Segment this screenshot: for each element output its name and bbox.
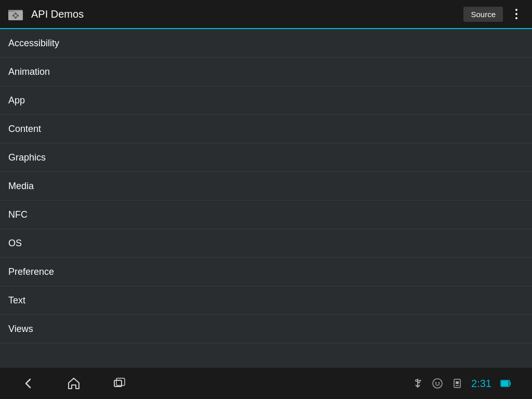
list-item-accessibility[interactable]: Accessibility bbox=[0, 29, 532, 58]
svg-rect-22 bbox=[456, 381, 459, 384]
svg-rect-8 bbox=[17, 15, 19, 17]
app-title: API Demos bbox=[31, 8, 463, 20]
list-item-nfc[interactable]: NFC bbox=[0, 201, 532, 229]
list-item-media[interactable]: Media bbox=[0, 172, 532, 201]
list-item-label-views: Views bbox=[8, 324, 33, 335]
android-icon bbox=[432, 378, 443, 389]
battery-icon bbox=[500, 378, 511, 389]
nav-bar: 2:31 bbox=[0, 368, 532, 399]
list-container: AccessibilityAnimationAppContentGraphics… bbox=[0, 29, 532, 368]
app-icon bbox=[6, 5, 25, 23]
list-item-label-graphics: Graphics bbox=[8, 152, 46, 163]
list-item-label-nfc: NFC bbox=[8, 209, 28, 220]
usb-icon bbox=[412, 378, 423, 389]
overflow-dots-icon bbox=[515, 9, 517, 19]
svg-rect-2 bbox=[8, 10, 15, 12]
list-item-app[interactable]: App bbox=[0, 86, 532, 115]
home-button[interactable] bbox=[66, 376, 81, 391]
list-item-label-content: Content bbox=[8, 124, 41, 135]
svg-rect-11 bbox=[116, 378, 125, 385]
svg-rect-17 bbox=[419, 382, 420, 383]
svg-rect-25 bbox=[501, 381, 509, 386]
sim-icon bbox=[451, 378, 463, 389]
svg-point-4 bbox=[15, 15, 17, 17]
nav-left bbox=[21, 376, 127, 391]
list-item-label-animation: Animation bbox=[8, 66, 50, 77]
list-item-label-app: App bbox=[8, 95, 25, 106]
app-bar: API Demos Source bbox=[0, 0, 532, 29]
svg-point-19 bbox=[435, 382, 437, 384]
status-time: 2:31 bbox=[471, 378, 491, 390]
list-item-label-text: Text bbox=[8, 295, 25, 306]
svg-rect-7 bbox=[12, 15, 14, 17]
svg-point-20 bbox=[438, 382, 440, 384]
nav-right: 2:31 bbox=[412, 378, 511, 390]
list-item-content[interactable]: Content bbox=[0, 115, 532, 143]
source-button[interactable]: Source bbox=[463, 7, 503, 22]
svg-marker-9 bbox=[69, 378, 79, 389]
list-item-animation[interactable]: Animation bbox=[0, 58, 532, 86]
list-item-label-preference: Preference bbox=[8, 267, 54, 277]
list-item-label-accessibility: Accessibility bbox=[8, 38, 59, 49]
list-item-graphics[interactable]: Graphics bbox=[0, 143, 532, 172]
list-item-os[interactable]: OS bbox=[0, 229, 532, 258]
recent-apps-button[interactable] bbox=[112, 376, 127, 391]
svg-rect-6 bbox=[15, 17, 17, 19]
svg-point-15 bbox=[420, 380, 421, 381]
list-item-preference[interactable]: Preference bbox=[0, 258, 532, 286]
list-item-label-os: OS bbox=[8, 238, 22, 249]
list-item-views[interactable]: Views bbox=[0, 315, 532, 343]
overflow-menu-button[interactable] bbox=[507, 5, 526, 23]
svg-point-18 bbox=[433, 379, 442, 388]
list-item-text[interactable]: Text bbox=[0, 286, 532, 315]
svg-rect-5 bbox=[15, 12, 17, 14]
svg-rect-13 bbox=[416, 380, 418, 381]
list-item-label-media: Media bbox=[8, 181, 34, 192]
back-button[interactable] bbox=[21, 376, 35, 391]
